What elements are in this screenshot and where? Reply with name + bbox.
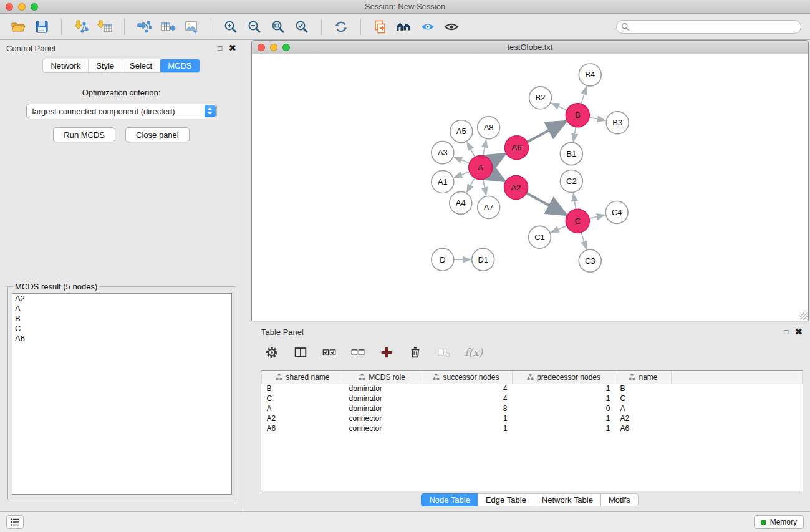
table-cell[interactable]: 8 <box>420 404 513 414</box>
graph-edge[interactable] <box>581 87 586 104</box>
graph-edge[interactable] <box>589 117 605 120</box>
table-cell[interactable]: B <box>262 384 344 394</box>
graph-node-A2[interactable]: A2 <box>504 176 528 200</box>
graph-edge[interactable] <box>467 178 475 192</box>
graph-node-A[interactable]: A <box>469 156 493 180</box>
table-cell[interactable]: 4 <box>420 394 513 404</box>
column-header-shared-name[interactable]: shared name <box>262 371 344 384</box>
graph-edge[interactable] <box>491 154 505 162</box>
graph-node-C3[interactable]: C3 <box>579 249 601 272</box>
zoom-fit-icon[interactable] <box>269 17 287 36</box>
graph-node-B1[interactable]: B1 <box>560 143 582 165</box>
tab-edge-table[interactable]: Edge Table <box>478 493 534 506</box>
delete-column-trash-icon[interactable] <box>407 344 423 360</box>
close-panel-button[interactable]: Close panel <box>125 127 190 142</box>
table-settings-gear-icon[interactable] <box>264 344 280 360</box>
table-cell[interactable]: A <box>262 404 344 414</box>
column-header-successor-nodes[interactable]: successor nodes <box>420 371 513 384</box>
graph-node-A3[interactable]: A3 <box>432 142 454 164</box>
export-table-icon[interactable] <box>158 17 177 36</box>
graph-node-B[interactable]: B <box>566 104 589 127</box>
select-all-columns-icon[interactable] <box>321 344 337 360</box>
graph-node-A6[interactable]: A6 <box>505 136 529 160</box>
graph-node-A1[interactable]: A1 <box>432 171 454 193</box>
result-item[interactable]: B <box>12 314 231 324</box>
table-cell[interactable]: 1 <box>513 423 615 433</box>
table-cell[interactable]: 1 <box>420 414 513 423</box>
graph-edge[interactable] <box>467 142 475 157</box>
refresh-icon[interactable] <box>332 17 350 36</box>
graph-node-C4[interactable]: C4 <box>605 201 628 223</box>
table-cell[interactable]: dominator <box>344 404 420 414</box>
duplicate-view-icon[interactable] <box>371 17 390 36</box>
graph-edge[interactable] <box>573 193 576 209</box>
table-row[interactable]: A6connector11A6 <box>262 423 803 433</box>
export-image-icon[interactable] <box>182 17 201 36</box>
resize-handle[interactable] <box>800 312 808 320</box>
graph-node-A8[interactable]: A8 <box>478 117 500 139</box>
graph-edge[interactable] <box>581 232 586 249</box>
graph-edge[interactable] <box>483 140 486 156</box>
table-cell[interactable]: connector <box>344 423 420 433</box>
graph-node-C2[interactable]: C2 <box>560 170 582 193</box>
zoom-in-icon[interactable] <box>221 17 240 36</box>
graph-edge[interactable] <box>483 179 486 195</box>
close-panel-icon[interactable]: ✖ <box>228 44 236 52</box>
result-item[interactable]: A6 <box>12 334 231 344</box>
graph-node-A7[interactable]: A7 <box>478 196 500 218</box>
table-cell[interactable]: dominator <box>344 394 420 404</box>
graph-node-D1[interactable]: D1 <box>472 248 494 271</box>
graph-edge[interactable] <box>526 193 566 215</box>
graph-edge[interactable] <box>491 173 504 181</box>
table-cell[interactable]: connector <box>344 414 420 423</box>
column-header-predecessor-nodes[interactable]: predecessor nodes <box>513 371 615 384</box>
home-layout-icon[interactable] <box>395 17 413 36</box>
result-item[interactable]: A2 <box>12 294 231 304</box>
column-header-mcds-role[interactable]: MCDS role <box>344 371 420 384</box>
tab-style[interactable]: Style <box>88 59 122 72</box>
table-row[interactable]: Adominator80A <box>262 404 803 414</box>
export-network-icon[interactable] <box>135 17 153 36</box>
create-new-column-icon[interactable] <box>378 344 395 360</box>
tab-node-table[interactable]: Node Table <box>421 493 478 506</box>
column-header-name[interactable]: name <box>615 371 672 384</box>
graph-node-B4[interactable]: B4 <box>579 64 601 86</box>
graph-edge[interactable] <box>589 215 605 219</box>
graph-node-A5[interactable]: A5 <box>450 120 473 143</box>
network-canvas[interactable]: B4B2BB3A5A8A6A3B1AC2A1A2A4A7C4CC1DD1C3 <box>252 54 808 321</box>
result-item[interactable]: A <box>12 304 231 314</box>
tab-network[interactable]: Network <box>43 59 88 72</box>
graph-edge[interactable] <box>454 172 469 177</box>
graph-edge[interactable] <box>454 157 470 163</box>
table-cell[interactable]: 4 <box>420 384 513 394</box>
table-cell[interactable]: A6 <box>615 423 672 433</box>
table-cell[interactable]: 0 <box>513 404 615 414</box>
graph-node-B2[interactable]: B2 <box>529 87 552 109</box>
table-row[interactable]: Cdominator41C <box>262 394 803 404</box>
zoom-out-icon[interactable] <box>245 17 264 36</box>
tab-mcds[interactable]: MCDS <box>160 59 199 72</box>
table-cell[interactable]: A6 <box>262 423 344 433</box>
table-cell[interactable]: B <box>615 384 672 394</box>
graph-node-A4[interactable]: A4 <box>450 191 472 214</box>
zoom-selected-icon[interactable] <box>292 17 311 36</box>
import-table-from-file-icon[interactable] <box>95 17 114 36</box>
task-history-button[interactable] <box>6 515 24 529</box>
optimization-criterion-dropdown[interactable]: largest connected component (directed) <box>26 104 217 118</box>
table-cell[interactable]: A2 <box>615 414 672 423</box>
graph-node-C1[interactable]: C1 <box>529 226 551 248</box>
table-row[interactable]: A2connector11A2 <box>262 414 803 423</box>
eye-icon[interactable] <box>442 17 461 36</box>
graph-edge[interactable] <box>574 127 576 142</box>
run-mcds-button[interactable]: Run MCDS <box>53 127 115 142</box>
table-cell[interactable]: 1 <box>513 394 615 404</box>
table-row[interactable]: Bdominator41B <box>262 384 803 394</box>
table-cell[interactable]: A <box>615 404 672 414</box>
import-network-from-file-icon[interactable] <box>72 17 90 36</box>
graph-edge[interactable] <box>552 103 567 110</box>
style-preview-icon[interactable] <box>418 17 437 36</box>
tab-network-table[interactable]: Network Table <box>534 493 601 506</box>
table-cell[interactable]: C <box>615 394 672 404</box>
memory-button[interactable]: Memory <box>754 515 804 529</box>
table-cell[interactable]: A2 <box>262 414 344 423</box>
